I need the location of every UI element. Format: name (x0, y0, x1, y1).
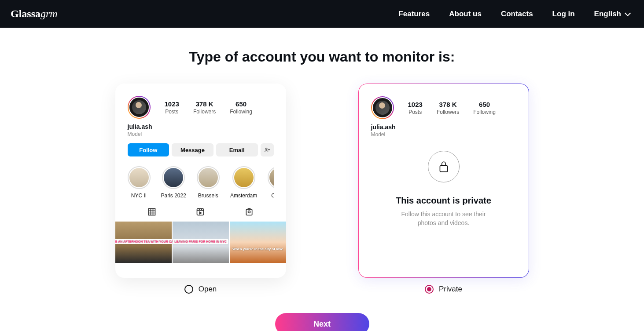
stat-posts: 1023 Posts (408, 101, 423, 115)
stat-posts: 1023 Posts (165, 100, 179, 115)
language-selector[interactable]: English (594, 10, 630, 18)
add-user-icon (264, 147, 270, 153)
stat-posts-label: Posts (165, 109, 179, 115)
next-button[interactable]: Next (275, 313, 369, 331)
tagged-tab-icon[interactable] (245, 207, 254, 216)
email-button[interactable]: Email (216, 143, 258, 156)
post-thumb-2[interactable]: LEAVING PARIS FOR HOME IN NYC (173, 222, 229, 263)
svg-point-4 (248, 211, 250, 213)
svg-rect-5 (440, 166, 447, 172)
profile-header-row: 1023 Posts 378 K Followers 650 Following (128, 96, 274, 119)
stat-followers: 378 K Followers (193, 100, 216, 115)
post-thumb-3[interactable]: When you're in the city of love (230, 222, 286, 263)
post-caption-3: When you're in the city of love (232, 247, 283, 251)
profile-role: Model (371, 131, 516, 138)
main-content: Type of account you want to monitor is: … (0, 28, 644, 331)
profile-username: julia.ash (128, 123, 274, 130)
page-heading: Type of account you want to monitor is: (0, 49, 644, 65)
posts-grid: HOW TO HAVE AN AFTERNOON TEA WITH YOUR C… (115, 222, 286, 263)
stat-followers-label: Followers (193, 109, 216, 115)
highlight-label: Paris 2022 (161, 193, 186, 199)
private-subtitle-line1: Follow this account to see their (401, 211, 486, 218)
open-account-option: 1023 Posts 378 K Followers 650 Following… (115, 84, 286, 294)
logo-light: grm (40, 8, 58, 19)
avatar-ring (128, 96, 151, 119)
lock-circle (428, 151, 460, 182)
highlight-central[interactable]: Centra (268, 166, 273, 199)
top-nav-header: Glassagrm Features About us Contacts Log… (0, 0, 644, 28)
nav-contacts[interactable]: Contacts (501, 10, 533, 18)
logo[interactable]: Glassagrm (11, 8, 58, 20)
reels-tab-icon[interactable] (196, 207, 205, 216)
highlight-brussels[interactable]: Brussels (197, 166, 220, 199)
highlight-label: Amsterdam (230, 193, 257, 199)
avatar (129, 97, 150, 118)
stat-followers-label: Followers (437, 109, 459, 115)
post-caption-2: LEAVING PARIS FOR HOME IN NYC (173, 239, 228, 244)
avatar-ring (371, 96, 394, 119)
radio-open-indicator (184, 285, 193, 294)
grid-tab-icon[interactable] (147, 207, 156, 216)
account-type-cards-row: 1023 Posts 378 K Followers 650 Following… (0, 84, 644, 294)
highlight-thumb (269, 168, 273, 187)
svg-point-0 (265, 148, 267, 150)
nav-features[interactable]: Features (398, 10, 430, 18)
lock-icon (438, 160, 449, 173)
profile-username: julia.ash (371, 124, 516, 131)
highlight-thumb (199, 168, 218, 187)
stat-following: 650 Following (473, 101, 496, 115)
private-account-card[interactable]: 1023 Posts 378 K Followers 650 Following… (358, 84, 529, 278)
stat-following-label: Following (230, 109, 252, 115)
profile-buttons-row: Follow Message Email (128, 143, 274, 156)
stat-posts-label: Posts (408, 109, 423, 115)
story-highlights: NYC II Paris 2022 Brussels Amsterdam (128, 166, 274, 199)
highlight-label: Brussels (198, 193, 218, 199)
stat-posts-value: 1023 (165, 100, 179, 108)
nav-about-us[interactable]: About us (449, 10, 482, 18)
add-user-button[interactable] (261, 143, 274, 156)
avatar-image (132, 100, 146, 114)
avatar (372, 97, 393, 118)
stat-following-label: Following (473, 109, 496, 115)
profile-tabs (128, 207, 274, 216)
private-subtitle: Follow this account to see their photos … (401, 210, 486, 227)
highlight-thumb (129, 168, 149, 187)
profile-header-row: 1023 Posts 378 K Followers 650 Following (371, 96, 516, 119)
logo-bold: Glassa (11, 8, 40, 19)
highlight-thumb (234, 168, 254, 187)
avatar-image (375, 101, 390, 115)
profile-role: Model (128, 131, 274, 137)
highlight-label: NYC II (131, 193, 147, 199)
stat-following-value: 650 (230, 100, 252, 108)
radio-private-indicator (425, 285, 434, 294)
message-button[interactable]: Message (172, 143, 213, 156)
private-title: This account is private (396, 196, 491, 206)
private-account-option: 1023 Posts 378 K Followers 650 Following… (358, 84, 529, 294)
language-label: English (594, 10, 621, 18)
stat-following-value: 650 (473, 101, 496, 108)
highlight-nyc[interactable]: NYC II (128, 166, 151, 199)
private-lock-section: This account is private Follow this acco… (371, 151, 516, 227)
svg-rect-2 (197, 209, 204, 215)
highlight-label: Centra (271, 193, 273, 199)
post-thumb-1[interactable]: HOW TO HAVE AN AFTERNOON TEA WITH YOUR C… (115, 222, 172, 263)
svg-rect-3 (246, 209, 252, 215)
highlight-amsterdam[interactable]: Amsterdam (230, 166, 257, 199)
private-subtitle-line2: photos and videos. (418, 219, 470, 226)
nav-login[interactable]: Log in (552, 10, 575, 18)
stat-followers-value: 378 K (437, 101, 459, 108)
stat-posts-value: 1023 (408, 101, 423, 108)
radio-private[interactable]: Private (425, 285, 462, 294)
highlight-paris[interactable]: Paris 2022 (161, 166, 186, 199)
open-account-card[interactable]: 1023 Posts 378 K Followers 650 Following… (115, 84, 286, 278)
stat-followers-value: 378 K (193, 100, 216, 108)
stat-following: 650 Following (230, 100, 252, 115)
primary-nav: Features About us Contacts Log in Englis… (398, 10, 630, 18)
radio-private-label: Private (439, 285, 462, 294)
follow-button[interactable]: Follow (128, 143, 169, 156)
highlight-thumb (164, 168, 183, 187)
radio-open[interactable]: Open (184, 285, 217, 294)
stat-followers: 378 K Followers (437, 101, 459, 115)
radio-open-label: Open (199, 285, 217, 294)
svg-rect-1 (148, 209, 155, 215)
